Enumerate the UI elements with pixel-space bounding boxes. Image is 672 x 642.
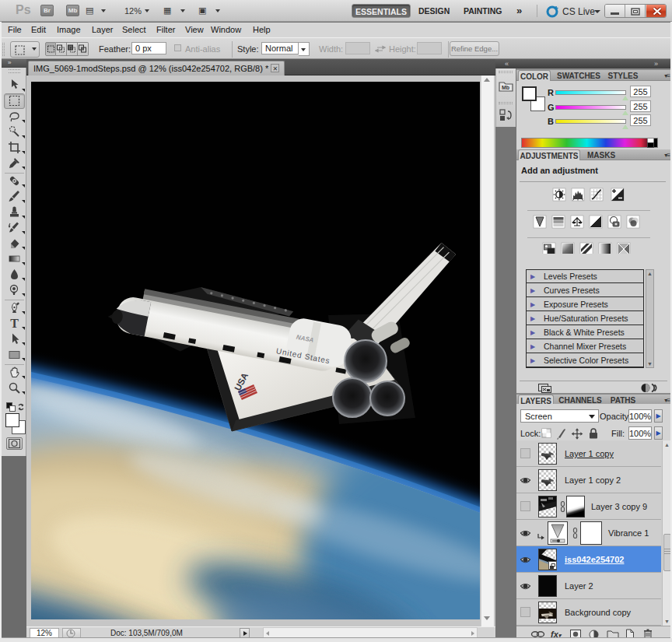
svg-text:T: T	[10, 317, 19, 330]
svg-text:Mb: Mb	[502, 85, 509, 90]
